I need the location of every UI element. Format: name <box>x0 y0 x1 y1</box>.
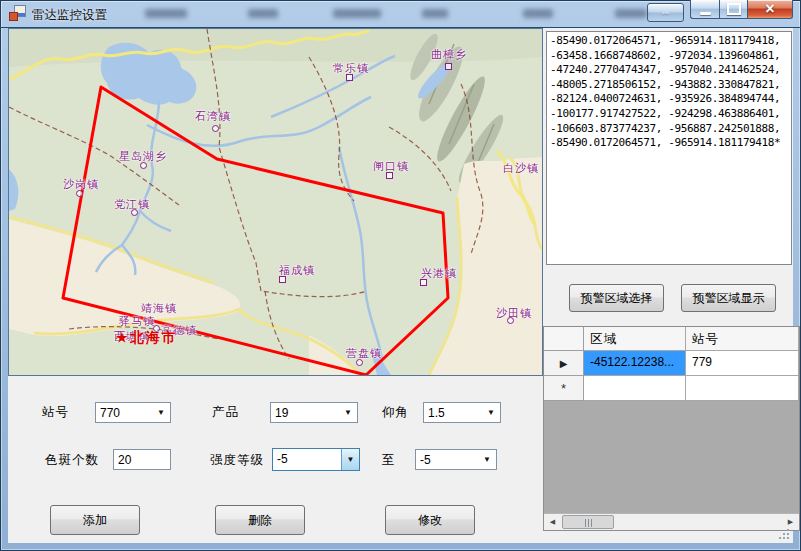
maximize-icon <box>727 3 741 15</box>
grid-header-station[interactable]: 站号 <box>686 327 799 351</box>
window-title: 雷达监控设置 <box>32 7 107 24</box>
delete-button[interactable]: 删除 <box>215 505 305 535</box>
intensity-value: -5 <box>277 452 288 466</box>
spots-label: 色斑个数 <box>45 452 99 469</box>
grid-horizontal-scrollbar[interactable]: ◀ ▶ <box>544 513 799 530</box>
table-row[interactable]: ▶ -45122.12238... 779 <box>544 351 799 376</box>
form-icon <box>9 5 26 22</box>
resize-grip[interactable] <box>778 528 790 540</box>
station-label: 站号 <box>42 404 69 421</box>
station-value: 770 <box>100 406 120 420</box>
city-name: 北海市 <box>130 329 178 345</box>
station-combo[interactable]: 770 ▼ <box>95 402 171 423</box>
cell-area-empty[interactable] <box>584 376 686 401</box>
scrollbar-grip-icon <box>588 519 589 527</box>
glass-blur-artifact <box>422 9 448 18</box>
elevation-value: 1.5 <box>428 406 445 420</box>
intensity-label: 强度等级 <box>210 452 264 469</box>
add-button[interactable]: 添加 <box>50 505 140 535</box>
city-label-beihai: ★北海市 <box>116 329 178 347</box>
chevron-down-icon: ▼ <box>483 455 491 464</box>
elevation-label: 仰角 <box>382 404 409 421</box>
close-icon: × <box>765 2 774 16</box>
client-area: 石湾镇星岛湖乡沙岗镇党江镇常乐镇曲樟乡闸口镇白沙镇靖海镇驿马镇高德镇西塘镇福成镇… <box>8 28 793 543</box>
new-row-indicator-icon: * <box>544 376 584 401</box>
product-label: 产品 <box>212 404 239 421</box>
minimize-icon <box>700 12 711 15</box>
town-marker-icon <box>140 162 147 169</box>
town-marker-icon <box>346 74 353 81</box>
warning-area-select-button[interactable]: 预警区域选择 <box>569 284 664 312</box>
town-label: 营盘镇 <box>346 346 382 361</box>
cell-area[interactable]: -45122.12238... <box>584 351 686 376</box>
town-label: 驿马镇 <box>119 314 155 329</box>
minimize-button[interactable] <box>690 0 719 19</box>
coordinates-textarea[interactable]: -85490.0172064571, -965914.181179418, -6… <box>546 31 792 265</box>
town-marker-icon <box>131 209 138 216</box>
to-combo[interactable]: -5 ▼ <box>415 449 497 470</box>
town-marker-icon <box>76 190 83 197</box>
glass-blur-artifact <box>615 9 647 18</box>
town-label-layer: 石湾镇星岛湖乡沙岗镇党江镇常乐镇曲樟乡闸口镇白沙镇靖海镇驿马镇高德镇西塘镇福成镇… <box>9 29 542 375</box>
scrollbar-thumb[interactable] <box>562 515 614 529</box>
elevation-combo[interactable]: 1.5 ▼ <box>423 402 501 423</box>
chevron-down-icon: ▼ <box>157 408 165 417</box>
close-button[interactable]: × <box>747 0 793 19</box>
town-marker-icon <box>445 63 452 70</box>
city-star-icon: ★ <box>116 330 128 345</box>
chevron-down-icon: ▼ <box>347 455 355 464</box>
to-value: -5 <box>420 453 431 467</box>
glass-blur-artifact <box>523 9 553 18</box>
modify-button[interactable]: 修改 <box>385 505 475 535</box>
product-value: 19 <box>275 406 288 420</box>
scroll-left-icon[interactable]: ◀ <box>544 514 561 530</box>
town-marker-icon <box>279 276 286 283</box>
spots-count-input[interactable] <box>113 449 171 470</box>
intensity-combo[interactable]: -5 ▼ <box>272 448 360 471</box>
glass-blur-artifact <box>248 9 278 18</box>
glass-blur-artifact <box>145 9 187 18</box>
town-label: 石湾镇 <box>195 109 231 124</box>
chevron-down-icon: ▼ <box>344 408 352 417</box>
chevron-down-icon: ▼ <box>487 408 495 417</box>
town-marker-icon <box>212 125 219 132</box>
current-row-indicator-icon: ▶ <box>544 351 584 376</box>
to-label: 至 <box>382 452 396 469</box>
town-marker-icon <box>507 317 514 324</box>
product-combo[interactable]: 19 ▼ <box>270 402 358 423</box>
grid-header-area[interactable]: 区域 <box>584 327 686 351</box>
warning-area-display-button[interactable]: 预警区域显示 <box>681 284 776 312</box>
town-marker-icon <box>356 359 363 366</box>
caption-buttons: × <box>690 0 793 19</box>
grid-corner-cell <box>544 327 584 351</box>
town-marker-icon <box>420 279 427 286</box>
double-arrow-icon: ⇔ <box>660 6 671 18</box>
title-bar[interactable]: 雷达监控设置 ⇔ × <box>0 0 801 28</box>
new-row[interactable]: * <box>544 376 799 401</box>
town-label: 白沙镇 <box>503 161 539 176</box>
town-label: 沙田镇 <box>496 306 532 321</box>
town-marker-icon <box>386 172 393 179</box>
cell-station-empty[interactable] <box>686 376 799 401</box>
cell-station[interactable]: 779 <box>686 351 799 376</box>
grid-header-row: 区域 站号 <box>544 327 799 351</box>
combo-dropdown-button[interactable]: ▼ <box>341 449 359 470</box>
data-grid[interactable]: 区域 站号 ▶ -45122.12238... 779 * ◀ ▶ <box>543 326 800 531</box>
app-window: 雷达监控设置 ⇔ × <box>0 0 801 551</box>
glass-blur-artifact <box>333 9 381 18</box>
maximize-button[interactable] <box>719 0 747 19</box>
town-label: 曲樟乡 <box>431 47 467 62</box>
swap-arrow-button[interactable]: ⇔ <box>647 3 684 22</box>
map-panel[interactable]: 石湾镇星岛湖乡沙岗镇党江镇常乐镇曲樟乡闸口镇白沙镇靖海镇驿马镇高德镇西塘镇福成镇… <box>8 28 543 376</box>
